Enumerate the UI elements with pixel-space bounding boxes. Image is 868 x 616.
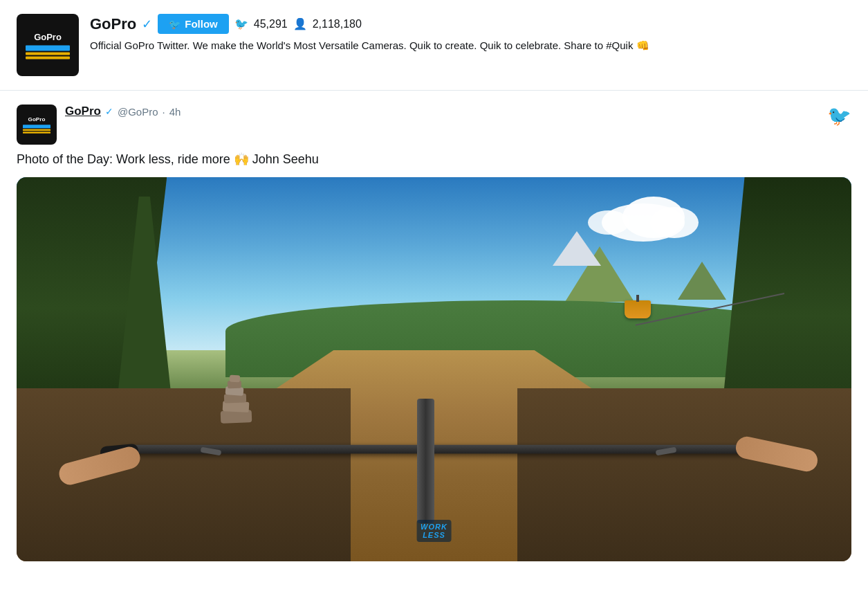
tweet-avatar: GoPro [17, 105, 57, 145]
mountain-snow-cap [553, 231, 601, 266]
verified-badge: ✓ [142, 17, 152, 32]
profile-name: GoPro [90, 15, 136, 33]
profile-bio: Official GoPro Twitter. We make the Worl… [90, 38, 712, 54]
clouds [588, 197, 726, 252]
tweet-account-name[interactable]: GoPro [65, 105, 101, 118]
profile-avatar: GoPro [17, 14, 79, 76]
twitter-bird-icon: 🐦 [169, 19, 181, 30]
svg-text:GoPro: GoPro [34, 32, 62, 42]
svg-rect-3 [26, 53, 70, 55]
tweet-text: Photo of the Day: Work less, ride more 🙌… [17, 150, 851, 169]
svg-rect-2 [26, 46, 70, 51]
tweet-twitter-logo: 🐦 [827, 105, 851, 127]
tweets-count: 45,291 [254, 18, 288, 30]
ground-right [517, 388, 851, 561]
tweet-image-container: WORKLESS [17, 177, 851, 561]
tweet-handle[interactable]: @GoPro [118, 106, 158, 118]
gondola [625, 300, 651, 318]
tweet-meta: GoPro ✓ @GoPro · 4h [65, 105, 827, 118]
svg-rect-9 [23, 132, 50, 134]
profile-info: GoPro ✓ 🐦 Follow 🐦 45,291 👤 2,118,180 Of… [90, 14, 851, 54]
followers-count: 2,118,180 [313, 18, 362, 30]
profile-name-row: GoPro ✓ 🐦 Follow 🐦 45,291 👤 2,118,180 [90, 14, 851, 34]
rock-cairn [217, 371, 255, 423]
follow-label: Follow [185, 18, 218, 30]
svg-rect-4 [26, 57, 70, 60]
tweet-image: WORKLESS [17, 177, 851, 561]
tweet-separator: · [163, 106, 165, 118]
profile-section: GoPro GoPro ✓ 🐦 Follow 🐦 45,291 👤 2,118,… [0, 0, 868, 91]
tweet-time: 4h [169, 106, 181, 118]
svg-text:GoPro: GoPro [28, 116, 46, 123]
follow-button[interactable]: 🐦 Follow [158, 14, 229, 34]
tweet-section: GoPro GoPro ✓ @GoPro · 4h 🐦 Photo of the… [0, 91, 868, 575]
tweet-verified-badge: ✓ [105, 106, 113, 117]
svg-rect-7 [23, 125, 50, 128]
workless-text: WORKLESS [416, 520, 452, 542]
mountain2 [678, 262, 726, 300]
followers-icon: 👤 [293, 17, 307, 30]
tweet-header: GoPro GoPro ✓ @GoPro · 4h 🐦 [17, 105, 851, 145]
tweets-icon: 🐦 [234, 17, 248, 30]
tweet-name-row: GoPro ✓ @GoPro · 4h [65, 105, 827, 118]
svg-rect-8 [23, 129, 50, 132]
stem [417, 399, 434, 523]
